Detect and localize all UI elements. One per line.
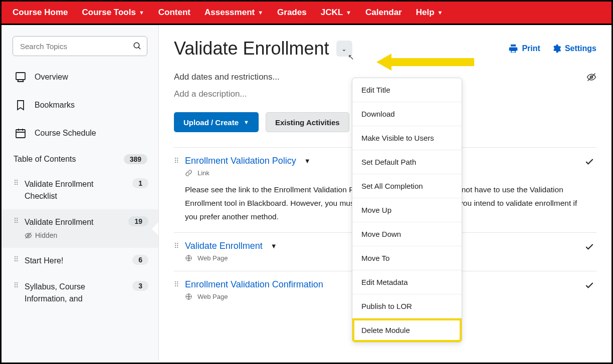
nav-content[interactable]: Content — [158, 8, 190, 18]
module-actions-button[interactable]: ⌄ ↖ — [336, 41, 352, 57]
nav-jckl[interactable]: JCKL▼ — [321, 8, 351, 18]
existing-activities-button[interactable]: Existing Activities — [266, 112, 349, 132]
search-icon — [133, 42, 142, 51]
web-icon — [185, 254, 192, 262]
eye-off-icon[interactable] — [586, 72, 596, 82]
sidebar-schedule[interactable]: Course Schedule — [2, 119, 158, 147]
print-button[interactable]: Print — [508, 44, 540, 54]
drag-handle-icon[interactable]: ⠿ — [14, 178, 19, 186]
toc-validate-enrollment[interactable]: ⠿ Validate Enrollment Hidden 19 — [2, 209, 158, 248]
toc-start-here[interactable]: ⠿ Start Here! 6 — [2, 248, 158, 274]
svg-marker-10 — [376, 54, 474, 71]
sidebar-overview[interactable]: Overview — [2, 63, 158, 91]
drag-handle-icon[interactable]: ⠿ — [14, 281, 19, 289]
menu-make-visible[interactable]: Make Visible to Users — [352, 126, 462, 150]
chevron-down-icon[interactable]: ▼ — [304, 157, 311, 165]
nav-course-tools[interactable]: Course Tools▼ — [82, 8, 144, 18]
nav-help[interactable]: Help▼ — [416, 8, 443, 18]
menu-edit-metadata[interactable]: Edit Metadata — [352, 270, 462, 294]
print-icon — [508, 44, 518, 54]
svg-line-1 — [138, 47, 140, 49]
menu-edit-title[interactable]: Edit Title — [352, 78, 462, 102]
module-actions-menu: Edit Title Download Make Visible to User… — [352, 78, 462, 342]
menu-publish-lor[interactable]: Publish to LOR — [352, 294, 462, 318]
calendar-icon — [15, 127, 27, 139]
overview-icon — [15, 71, 27, 83]
arrow-annotation — [376, 50, 477, 75]
top-nav: Course Home Course Tools▼ Content Assess… — [2, 2, 611, 25]
toc-validate-enrollment-checklist[interactable]: ⠿ Validate Enrollment Checklist 1 — [2, 171, 158, 209]
chevron-down-icon: ▼ — [346, 10, 351, 16]
drag-handle-icon[interactable]: ⠿ — [174, 241, 179, 262]
svg-rect-3 — [16, 130, 25, 138]
toc-item-count: 19 — [128, 216, 148, 226]
bookmark-icon — [15, 99, 27, 111]
web-icon — [185, 293, 192, 300]
upload-create-button[interactable]: Upload / Create ▼ — [174, 112, 259, 132]
nav-calendar[interactable]: Calendar — [365, 8, 402, 18]
gear-icon — [551, 44, 561, 54]
svg-rect-2 — [16, 73, 25, 80]
sidebar-bookmarks[interactable]: Bookmarks — [2, 91, 158, 119]
check-icon[interactable] — [584, 280, 594, 290]
chevron-down-icon: ▼ — [139, 10, 144, 16]
nav-grades[interactable]: Grades — [277, 8, 307, 18]
toc-item-count: 3 — [132, 281, 148, 291]
content-item-title[interactable]: Enrollment Validation Policy — [185, 156, 296, 166]
toc-count-badge: 389 — [124, 154, 147, 164]
chevron-down-icon: ▼ — [244, 120, 249, 125]
drag-handle-icon[interactable]: ⠿ — [174, 279, 179, 300]
toc-item-count: 6 — [132, 255, 148, 265]
chevron-down-icon: ▼ — [258, 10, 263, 16]
check-icon[interactable] — [584, 242, 594, 252]
menu-move-up[interactable]: Move Up — [352, 198, 462, 222]
menu-download[interactable]: Download — [352, 102, 462, 126]
search-input[interactable] — [20, 42, 133, 51]
check-icon[interactable] — [584, 157, 594, 167]
settings-button[interactable]: Settings — [551, 44, 596, 54]
page-title: Validate Enrollment — [174, 38, 329, 59]
nav-assessment[interactable]: Assessment▼ — [205, 8, 263, 18]
sidebar: Overview Bookmarks Course Schedule Table… — [2, 25, 159, 361]
menu-set-default-path[interactable]: Set Default Path — [352, 150, 462, 174]
link-icon — [185, 169, 192, 177]
menu-set-all-completion[interactable]: Set All Completion — [352, 174, 462, 198]
chevron-down-icon: ▼ — [438, 10, 443, 16]
menu-move-to[interactable]: Move To — [352, 246, 462, 270]
nav-course-home[interactable]: Course Home — [13, 8, 68, 18]
toc-item-count: 1 — [132, 178, 148, 188]
svg-point-0 — [134, 43, 139, 48]
cursor-icon: ↖ — [348, 53, 354, 62]
menu-move-down[interactable]: Move Down — [352, 222, 462, 246]
drag-handle-icon[interactable]: ⠿ — [174, 156, 179, 223]
chevron-down-icon[interactable]: ▼ — [271, 242, 277, 250]
search-input-wrap[interactable] — [13, 36, 147, 56]
drag-handle-icon[interactable]: ⠿ — [14, 216, 19, 224]
menu-delete-module[interactable]: Delete Module — [352, 318, 462, 342]
chevron-down-icon: ⌄ — [341, 45, 347, 53]
drag-handle-icon[interactable]: ⠿ — [14, 255, 19, 263]
eye-off-icon — [25, 232, 32, 239]
toc-syllabus[interactable]: ⠿ Syllabus, Course Information, and 3 — [2, 274, 158, 312]
hidden-indicator: Hidden — [25, 230, 122, 241]
content-item-title[interactable]: Validate Enrollment — [185, 241, 263, 251]
add-dates-link[interactable]: Add dates and restrictions... — [174, 72, 280, 82]
content-item-title[interactable]: Enrollment Validation Confirmation — [185, 279, 323, 290]
toc-header[interactable]: Table of Contents 389 — [2, 147, 158, 171]
